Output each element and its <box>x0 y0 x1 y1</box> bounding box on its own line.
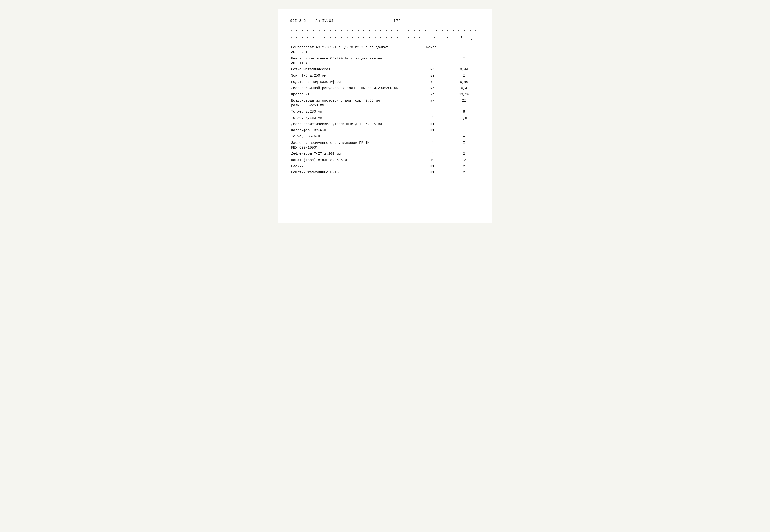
row-unit: " <box>417 55 448 67</box>
table-row: То же, д.280 мм"8 <box>290 108 480 115</box>
row-name: Лист первичной регулировки толщ.I мм раз… <box>290 85 417 91</box>
row-unit: шт <box>417 127 448 133</box>
dashes-row-2: - - - - - I - - - - - - - - - - - - - - … <box>290 36 423 39</box>
row-qty: 0,44 <box>448 66 480 72</box>
row-qty: 2I <box>448 98 480 109</box>
table-row: То же, КВБ-6-П"– <box>290 133 480 140</box>
table-row: Лист первичной регулировки толщ.I мм раз… <box>290 85 480 91</box>
row-qty: 7,5 <box>448 115 480 121</box>
page: 9CI-8-2 Ап.IV.84 I72 - - - - - - - - - -… <box>278 9 492 223</box>
row-name: Решетки жалюзийные Р-I50 <box>290 169 417 176</box>
row-qty: 2 <box>448 151 480 157</box>
table-row: Дефлекторы Т-I7 д.200 мм"2 <box>290 151 480 157</box>
row-qty: I <box>448 72 480 79</box>
row-name: Воздуховоды из листовой стали толщ. 0,55… <box>290 98 417 109</box>
row-qty: I <box>448 121 480 127</box>
table-row: Канат (трос) стальной 5,5 мМI2 <box>290 157 480 163</box>
table-row: Вентиляторы осевые С6-300 №4 с эл.двигат… <box>290 55 480 67</box>
row-unit: " <box>417 151 448 157</box>
row-name: Вентиляторы осевые С6-300 №4 с эл.двигат… <box>290 55 417 67</box>
row-unit: М <box>417 157 448 163</box>
row-name: Зонт Т-5 д.250 мм <box>290 72 417 79</box>
row-qty: I <box>448 127 480 133</box>
dashes-col2: - - - <box>447 32 451 43</box>
table-row: Подставки под калориферыкг8,40 <box>290 79 480 85</box>
row-name: То же, КВБ-6-П <box>290 133 417 140</box>
row-name: Двери герметические утепленные д.I,25х0,… <box>290 121 417 127</box>
row-unit: " <box>417 108 448 115</box>
row-name: Сетка металлическая <box>290 66 417 72</box>
page-number: I72 <box>393 19 401 23</box>
row-unit: кг <box>417 91 448 97</box>
table-row: Решетки жалюзийные Р-I50шт2 <box>290 169 480 176</box>
row-unit: кг <box>417 79 448 85</box>
table-row: Двери герметические утепленные д.I,25х0,… <box>290 121 480 127</box>
row-name: Дефлекторы Т-I7 д.200 мм <box>290 151 417 157</box>
doc-code: 9CI-8-2 <box>290 19 306 23</box>
table-row: То же, д.I60 мм"7,5 <box>290 115 480 121</box>
row-name: Крепления <box>290 91 417 97</box>
row-name: То же, д.280 мм <box>290 108 417 115</box>
row-unit: " <box>417 133 448 140</box>
table-row: Зонт Т-5 д.250 ммштI <box>290 72 480 79</box>
table-row: Блочкишт2 <box>290 163 480 169</box>
row-unit: шт <box>417 121 448 127</box>
row-qty: I <box>448 44 480 55</box>
row-name: Калорифер КВС-6-П <box>290 127 417 133</box>
row-name: То же, д.I60 мм <box>290 115 417 121</box>
row-name: Блочки <box>290 163 417 169</box>
table-row: Заслонки воздушные с эл.приводом ПР-IМКВ… <box>290 140 480 151</box>
row-qty: I <box>448 55 480 67</box>
header: 9CI-8-2 Ап.IV.84 I72 <box>290 19 480 23</box>
row-qty: I2 <box>448 157 480 163</box>
row-unit: " <box>417 115 448 121</box>
row-unit: шт <box>417 169 448 176</box>
main-table: Вентагрегат АЗ,2-I05-I с Ц4-70 МЗ,2 с эл… <box>290 44 480 176</box>
row-unit: м² <box>417 98 448 109</box>
dashes-col3: - - - <box>470 34 480 41</box>
row-name: Канат (трос) стальной 5,5 м <box>290 157 417 163</box>
row-qty: 8 <box>448 108 480 115</box>
row-name: Подставки под калориферы <box>290 79 417 85</box>
col-header-3: 3 <box>451 36 470 40</box>
row-name: Заслонки воздушные с эл.приводом ПР-IМКВ… <box>290 140 417 151</box>
table-row: Сетка металлическаям²0,44 <box>290 66 480 72</box>
row-qty: I <box>448 140 480 151</box>
row-qty: 8,40 <box>448 79 480 85</box>
table-row: Воздуховоды из листовой стали толщ. 0,55… <box>290 98 480 109</box>
row-unit: " <box>417 140 448 151</box>
row-unit: шт <box>417 72 448 79</box>
dashes-row-1: - - - - - - - - - - - - - - - - - - - - … <box>290 29 480 32</box>
row-unit: компл. <box>417 44 448 55</box>
table-row: Креплениякг43,36 <box>290 91 480 97</box>
row-unit: м² <box>417 85 448 91</box>
doc-ref: Ап.IV.84 <box>316 19 334 23</box>
row-qty: 43,36 <box>448 91 480 97</box>
row-unit: шт <box>417 163 448 169</box>
table-row: Вентагрегат АЗ,2-I05-I с Ц4-70 МЗ,2 с эл… <box>290 44 480 55</box>
row-name: Вентагрегат АЗ,2-I05-I с Ц4-70 МЗ,2 с эл… <box>290 44 417 55</box>
row-qty: – <box>448 133 480 140</box>
col-header-2: 2 <box>423 36 447 40</box>
table-row: Калорифер КВС-6-ПштI <box>290 127 480 133</box>
row-qty: 2 <box>448 169 480 176</box>
row-qty: 2 <box>448 163 480 169</box>
row-qty: 0,4 <box>448 85 480 91</box>
row-unit: м² <box>417 66 448 72</box>
